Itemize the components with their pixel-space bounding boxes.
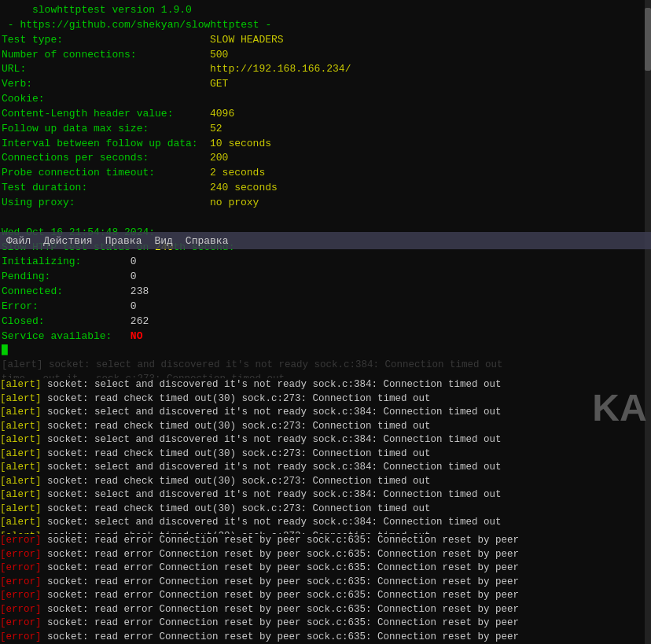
menu-bar: Файл Действия Правка Вид Справка bbox=[0, 232, 651, 249]
menu-item-0[interactable]: Файл bbox=[6, 235, 31, 247]
config-row-6: Follow up data max size: 52 bbox=[2, 122, 649, 137]
log-error-0: [error] socket: read error Connection re… bbox=[0, 534, 645, 548]
config-row-0: Test type: SLOW HEADERS bbox=[2, 33, 649, 48]
stat-label-4: Closed: bbox=[2, 315, 131, 329]
error-log-section: [error] socket: read error Connection re… bbox=[0, 534, 645, 644]
config-row-8: Connections per seconds: 200 bbox=[2, 151, 649, 166]
log-alert-10: [alert] socket: select and discovered it… bbox=[0, 516, 645, 530]
title-text: slowhttptest version 1.9.0 bbox=[2, 3, 192, 18]
config-label-11: Using proxy: bbox=[2, 196, 210, 211]
config-row-7: Interval between follow up data: 10 seco… bbox=[2, 137, 649, 152]
log-alert-5: [alert] socket: read check timed out(30)… bbox=[0, 447, 645, 462]
log-error-2: [error] socket: read error Connection re… bbox=[0, 561, 645, 576]
terminal-window: slowhttptest version 1.9.0 - https://git… bbox=[0, 0, 651, 644]
config-row-9: Probe connection timeout: 2 seconds bbox=[2, 166, 649, 181]
log-alert-1: [alert] socket: read check timed out(30)… bbox=[0, 392, 645, 407]
config-label-5: Content-Length header value: bbox=[2, 107, 210, 122]
config-value-7: 10 seconds bbox=[210, 137, 271, 152]
log-alert-2: [alert] socket: select and discovered it… bbox=[0, 406, 645, 420]
stat-value-1: 0 bbox=[131, 270, 137, 285]
log-alert-8: [alert] socket: select and discovered it… bbox=[0, 488, 645, 502]
menu-item-2[interactable]: Правка bbox=[105, 235, 142, 247]
stat-label-1: Pending: bbox=[2, 270, 131, 285]
ka-watermark: KA bbox=[588, 377, 651, 440]
log-alert-7: [alert] socket: read check timed out(30)… bbox=[0, 475, 645, 489]
config-value-3: GET bbox=[210, 77, 228, 92]
stat-value-0: 0 bbox=[131, 255, 137, 270]
log-alert-0: [alert] socket: select and discovered it… bbox=[0, 378, 645, 392]
config-value-9: 2 seconds bbox=[210, 166, 265, 181]
config-row-11: Using proxy: no proxy bbox=[2, 196, 649, 211]
menu-item-3[interactable]: Вид bbox=[154, 235, 172, 247]
stat-value-4: 262 bbox=[131, 315, 149, 329]
config-row-2: URL: http://192.168.166.234/ bbox=[2, 62, 649, 77]
config-label-4: Cookie: bbox=[2, 92, 210, 107]
log-error-7: [error] socket: read error Connection re… bbox=[0, 631, 645, 645]
link-text: - https://github.com/shekyan/slowhttptes… bbox=[2, 18, 271, 33]
log-alert-6: [alert] socket: select and discovered it… bbox=[0, 461, 645, 475]
stat-row-1: Pending: 0 bbox=[2, 270, 649, 285]
stat-row-5: Service available: NO bbox=[2, 329, 649, 344]
menu-item-1[interactable]: Действия bbox=[43, 235, 92, 247]
config-row-4: Cookie: bbox=[2, 92, 649, 107]
stat-value-3: 0 bbox=[131, 300, 137, 315]
config-row-5: Content-Length header value: 4096 bbox=[2, 107, 649, 122]
scrollbar-thumb[interactable] bbox=[645, 8, 651, 71]
log-alert-3: [alert] socket: read check timed out(30)… bbox=[0, 420, 645, 434]
log-error-4: [error] socket: read error Connection re… bbox=[0, 589, 645, 603]
cursor-line: █ bbox=[2, 344, 649, 359]
config-value-11: no proxy bbox=[210, 196, 259, 211]
config-label-3: Verb: bbox=[2, 77, 210, 92]
stat-label-2: Connected: bbox=[2, 285, 131, 300]
config-row-10: Test duration: 240 seconds bbox=[2, 181, 649, 196]
log-error-1: [error] socket: read error Connection re… bbox=[0, 548, 645, 562]
stat-row-4: Closed: 262 bbox=[2, 315, 649, 329]
blank-line-1 bbox=[2, 211, 649, 226]
config-label-9: Probe connection timeout: bbox=[2, 166, 210, 181]
config-value-5: 4096 bbox=[210, 107, 234, 122]
ka-logo-text: KA bbox=[588, 377, 651, 440]
stat-value-5: NO bbox=[131, 329, 143, 344]
alert-log-section: [alert] socket: select and discovered it… bbox=[0, 378, 645, 543]
stat-row-0: Initializing: 0 bbox=[2, 255, 649, 270]
config-value-8: 200 bbox=[210, 151, 228, 166]
config-row-1: Number of connections: 500 bbox=[2, 48, 649, 63]
config-label-10: Test duration: bbox=[2, 181, 210, 196]
log-error-3: [error] socket: read error Connection re… bbox=[0, 576, 645, 590]
link-line: - https://github.com/shekyan/slowhttptes… bbox=[2, 18, 649, 33]
config-label-2: URL: bbox=[2, 62, 210, 77]
log-alert-9: [alert] socket: read check timed out(30)… bbox=[0, 502, 645, 517]
config-row-3: Verb: GET bbox=[2, 77, 649, 92]
stat-label-0: Initializing: bbox=[2, 255, 131, 270]
stat-value-2: 238 bbox=[131, 285, 149, 300]
menu-item-4[interactable]: Справка bbox=[186, 235, 229, 247]
config-label-0: Test type: bbox=[2, 33, 210, 48]
stat-row-2: Connected: 238 bbox=[2, 285, 649, 300]
config-value-1: 500 bbox=[210, 48, 228, 63]
log-alert-4: [alert] socket: select and discovered it… bbox=[0, 433, 645, 447]
stat-label-3: Error: bbox=[2, 300, 131, 315]
cursor: █ bbox=[2, 344, 8, 359]
log-error-6: [error] socket: read error Connection re… bbox=[0, 616, 645, 631]
config-label-7: Interval between follow up data: bbox=[2, 137, 210, 152]
log-error-5: [error] socket: read error Connection re… bbox=[0, 603, 645, 617]
title-line: slowhttptest version 1.9.0 bbox=[2, 3, 649, 18]
config-value-10: 240 seconds bbox=[210, 181, 278, 196]
stat-label-5: Service available: bbox=[2, 329, 131, 344]
config-label-1: Number of connections: bbox=[2, 48, 210, 63]
config-label-8: Connections per seconds: bbox=[2, 151, 210, 166]
config-value-6: 52 bbox=[210, 122, 223, 137]
scrollbar[interactable] bbox=[645, 0, 651, 644]
config-value-2: http://192.168.166.234/ bbox=[210, 62, 351, 77]
config-label-6: Follow up data max size: bbox=[2, 122, 210, 137]
config-value-0: SLOW HEADERS bbox=[210, 33, 284, 48]
stat-row-3: Error: 0 bbox=[2, 300, 649, 315]
